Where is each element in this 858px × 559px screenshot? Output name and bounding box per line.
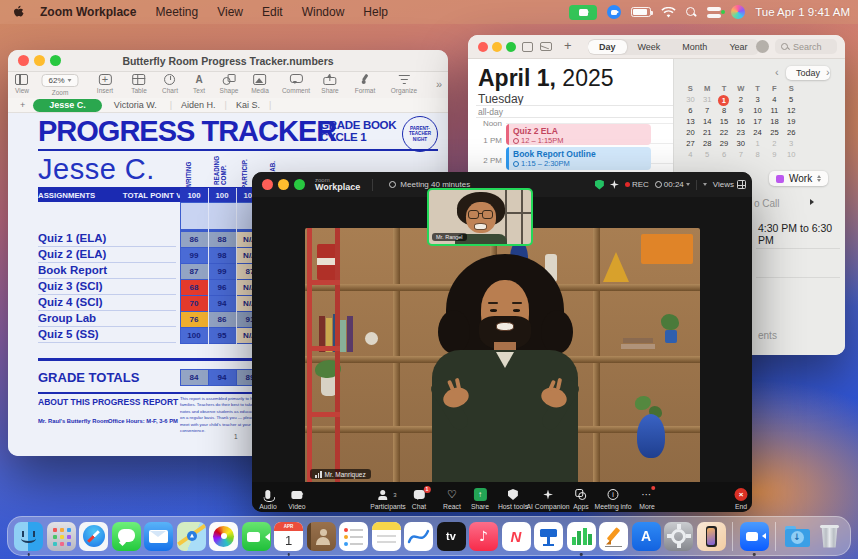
mini-day[interactable]: 5	[783, 95, 800, 106]
dock-news[interactable]: N	[502, 522, 531, 551]
mini-day[interactable]: 24	[749, 128, 766, 139]
menu-bar-clock[interactable]: Tue Apr 1 9:41 AM	[755, 6, 850, 18]
participants-button[interactable]: 3Participants	[370, 488, 406, 510]
mini-day[interactable]: 19	[783, 117, 800, 128]
score-cell[interactable]: 99	[181, 248, 208, 263]
dock-downloads[interactable]: ↓	[783, 522, 812, 551]
dock-music[interactable]: ♪	[469, 522, 498, 551]
dock-keynote[interactable]	[534, 522, 563, 551]
mini-day[interactable]: 6	[682, 106, 699, 117]
text-button[interactable]: AText	[193, 74, 206, 94]
tab-kai[interactable]: Kai S.	[236, 100, 260, 110]
mini-day[interactable]: 30	[682, 95, 699, 106]
audio-button[interactable]: Audio	[259, 488, 276, 510]
score-cell[interactable]: 70	[181, 296, 208, 311]
host-tools-button[interactable]: Host tools	[498, 488, 528, 510]
siri-icon[interactable]	[731, 5, 745, 19]
zoom-status-icon[interactable]	[607, 5, 621, 19]
mini-day-today[interactable]: 1	[718, 95, 729, 106]
add-sheet-button[interactable]: +	[20, 100, 25, 110]
mini-day[interactable]: 3	[783, 139, 800, 150]
chart-button[interactable]: Chart	[162, 74, 178, 94]
share-icon[interactable]	[756, 40, 769, 53]
menu-view[interactable]: View	[217, 5, 243, 19]
row-name[interactable]: Quiz 5 (SS)	[38, 328, 176, 343]
mini-day[interactable]: 7	[732, 150, 749, 161]
fullscreen-button[interactable]	[294, 179, 305, 190]
apps-button[interactable]: Apps	[573, 488, 589, 510]
mini-day[interactable]: 31	[699, 95, 716, 106]
wifi-icon[interactable]	[661, 7, 676, 18]
mini-day[interactable]: 27	[682, 139, 699, 150]
meeting-info-button[interactable]: iMeeting info	[594, 488, 631, 510]
inbox-icon[interactable]	[540, 42, 552, 51]
mini-day[interactable]: 21	[699, 128, 716, 139]
elapsed-time[interactable]: 00:24	[655, 180, 690, 189]
dock-settings[interactable]	[664, 522, 693, 551]
insert-button[interactable]: +Insert	[97, 74, 113, 94]
mini-day[interactable]: 10	[749, 106, 766, 117]
mini-day[interactable]: 9	[766, 150, 783, 161]
dock-contacts[interactable]	[307, 522, 336, 551]
score-cell[interactable]: 87	[181, 264, 208, 279]
score-cell[interactable]: 76	[181, 312, 208, 327]
fullscreen-button[interactable]	[50, 55, 61, 66]
mini-day[interactable]: 12	[783, 106, 800, 117]
share-button[interactable]: Share	[321, 74, 338, 94]
mini-day[interactable]: 9	[732, 106, 749, 117]
battery-icon[interactable]	[631, 7, 651, 17]
mini-day[interactable]: 4	[682, 150, 699, 161]
dock-photos[interactable]	[209, 522, 238, 551]
mini-day[interactable]: 29	[716, 139, 733, 150]
main-video-tile[interactable]: Mr. Manriquez	[305, 228, 700, 484]
score-cell[interactable]: 100	[181, 328, 208, 343]
views-button[interactable]: Views	[713, 180, 746, 189]
tab-victoria[interactable]: Victoria W.	[114, 100, 157, 110]
dock-trash[interactable]	[815, 522, 844, 551]
mini-day[interactable]: 13	[682, 117, 699, 128]
dock-mail[interactable]	[144, 522, 173, 551]
mini-day[interactable]: 7	[699, 106, 716, 117]
empty-cell[interactable]	[181, 203, 208, 229]
react-button[interactable]: ♡React	[443, 488, 461, 510]
score-cell[interactable]: 98	[209, 248, 236, 263]
tab-day[interactable]: Day	[588, 40, 627, 54]
mini-day[interactable]: 23	[732, 128, 749, 139]
mini-day[interactable]: 8	[749, 150, 766, 161]
mini-day[interactable]: 1	[749, 139, 766, 150]
calendar-group-select[interactable]: Work	[769, 171, 828, 186]
ai-companion-button[interactable]: AI Companion	[526, 488, 569, 510]
mini-day[interactable]: 2	[766, 139, 783, 150]
dock-zoom[interactable]	[740, 522, 769, 551]
dock-launchpad[interactable]	[47, 522, 76, 551]
fullscreen-button[interactable]	[506, 42, 516, 52]
mini-day[interactable]: 17	[749, 117, 766, 128]
dock-finder[interactable]	[14, 522, 43, 551]
score-cell[interactable]: 68	[181, 280, 208, 295]
mini-day[interactable]: 18	[766, 117, 783, 128]
video-button[interactable]: Video	[288, 488, 305, 510]
mini-day[interactable]: 2	[732, 95, 749, 106]
dock-notes[interactable]	[372, 522, 401, 551]
score-cell[interactable]: 96	[209, 280, 236, 295]
minimize-button[interactable]	[34, 55, 45, 66]
mini-day[interactable]: 4	[766, 95, 783, 106]
dock-appletv[interactable]: tv	[437, 522, 466, 551]
zoom-level-button[interactable]: 62%Zoom	[41, 74, 78, 96]
screen-sharing-camera-icon[interactable]	[569, 5, 597, 20]
score-cell[interactable]: 99	[209, 264, 236, 279]
total-cell[interactable]: 84	[181, 370, 208, 385]
menu-help[interactable]: Help	[363, 5, 388, 19]
prev-day-button[interactable]: ‹	[775, 66, 779, 78]
close-button[interactable]	[262, 179, 273, 190]
score-cell[interactable]: 86	[209, 312, 236, 327]
apple-menu[interactable]	[12, 5, 24, 19]
dock-safari[interactable]	[79, 522, 108, 551]
dock-freeform[interactable]	[404, 522, 433, 551]
share-button[interactable]: ↑Share	[471, 488, 489, 510]
dock-facetime[interactable]	[242, 522, 271, 551]
dock-pages[interactable]	[599, 522, 628, 551]
menu-edit[interactable]: Edit	[262, 5, 283, 19]
mini-day[interactable]: 14	[699, 117, 716, 128]
score-cell[interactable]: 94	[209, 296, 236, 311]
